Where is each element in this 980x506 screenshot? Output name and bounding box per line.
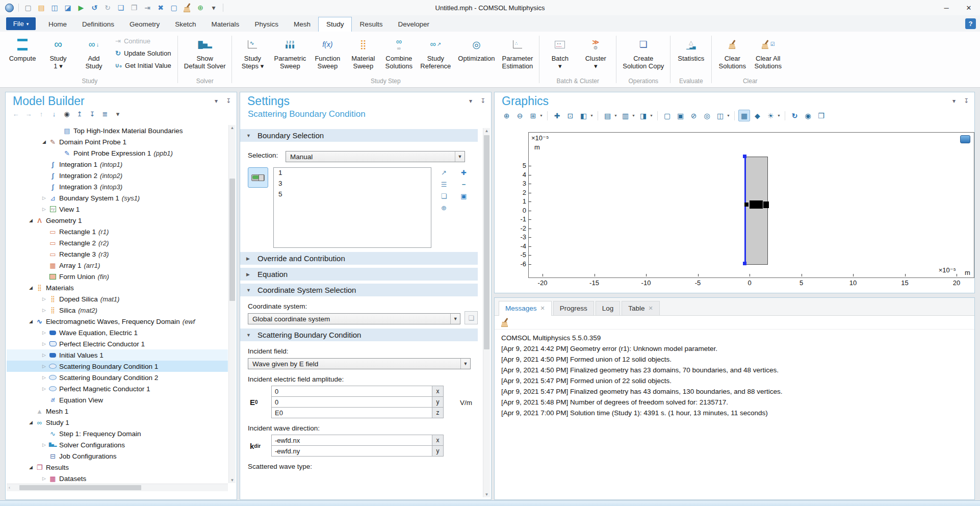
material-color-icon[interactable]: ◆ bbox=[752, 110, 763, 121]
tree-item-point-probe-expression-1[interactable]: ✎Point Probe Expression 1(ppb1) bbox=[7, 147, 228, 159]
coordinate-system-dropdown[interactable]: Global coordinate system ▼ bbox=[248, 313, 460, 324]
fit-window-icon[interactable]: ⊡ bbox=[564, 110, 576, 121]
tree-item-scattering-boundary-condition-2[interactable]: ▷Scattering Boundary Condition 2 bbox=[7, 372, 228, 383]
combine-solutions-button[interactable]: ∞∞CombineSolutions bbox=[381, 35, 416, 71]
tab-geometry[interactable]: Geometry bbox=[122, 17, 167, 32]
boundary-selection-list[interactable]: 135 bbox=[273, 167, 431, 248]
selection-list-item[interactable]: 3 bbox=[274, 179, 431, 189]
save-as-icon[interactable]: ◪ bbox=[63, 3, 73, 13]
pin-icon[interactable]: ↧ bbox=[224, 97, 233, 105]
deselect-icon[interactable]: ⊘ bbox=[688, 110, 700, 121]
paste-icon[interactable]: ❐ bbox=[129, 3, 139, 13]
tree-item-integration-1[interactable]: ∫Integration 1(intop1) bbox=[7, 159, 228, 170]
plot-context-icon[interactable] bbox=[960, 135, 970, 143]
collapsed-arrow-icon[interactable]: ▷ bbox=[40, 308, 48, 313]
clear-solutions-button[interactable]: ClearSolutions bbox=[715, 35, 750, 71]
move-up-icon[interactable]: ↑ bbox=[37, 110, 45, 118]
collapsed-arrow-icon[interactable]: ▷ bbox=[40, 195, 48, 200]
tab-developer[interactable]: Developer bbox=[390, 17, 437, 32]
zoom-extents-icon[interactable]: ✚ bbox=[551, 110, 563, 121]
settings-vertical-scrollbar[interactable]: ▲ ▼ bbox=[483, 128, 490, 497]
node-text-icon[interactable]: ≣ bbox=[101, 110, 109, 118]
compute-button[interactable]: Compute bbox=[5, 35, 40, 63]
tree-item-step-1-frequency-domain[interactable]: ∿Step 1: Frequency Domain bbox=[7, 428, 228, 439]
tab-table[interactable]: Table✕ bbox=[622, 301, 660, 315]
expand-all-icon[interactable]: ↧ bbox=[88, 110, 96, 118]
collapsed-arrow-icon[interactable]: ▷ bbox=[40, 330, 48, 335]
tree-item-results[interactable]: ◢❐Results bbox=[7, 462, 228, 473]
collapsed-arrow-icon[interactable]: ▷ bbox=[40, 296, 48, 301]
tab-home[interactable]: Home bbox=[41, 17, 74, 32]
go-to-default-view-icon[interactable]: ◧ bbox=[578, 110, 589, 121]
tree-vertical-scrollbar[interactable]: ▲ ▼ bbox=[228, 125, 236, 483]
update-solution-button[interactable]: ↻Update Solution bbox=[115, 48, 171, 58]
tree-item-geometry-1[interactable]: ◢ΛGeometry 1 bbox=[7, 215, 228, 226]
collapse-all-icon[interactable]: ↥ bbox=[75, 110, 84, 118]
paste-selection-icon[interactable]: ❏ bbox=[440, 192, 448, 200]
close-button[interactable]: ✕ bbox=[958, 1, 980, 15]
scene-light-icon[interactable]: ☀ bbox=[765, 110, 777, 121]
zoom-in-icon[interactable]: ⊕ bbox=[501, 110, 512, 121]
chevron-down-icon[interactable]: ▼ bbox=[632, 114, 636, 117]
copy-as-code-icon[interactable]: ▣ bbox=[459, 192, 468, 200]
tree-item-wave-equation-electric-1[interactable]: ▷Wave Equation, Electric 1 bbox=[7, 327, 228, 338]
copy-icon[interactable]: ❏ bbox=[116, 3, 126, 13]
comsol-logo[interactable] bbox=[4, 3, 14, 13]
function-sweep-button[interactable]: f(x)FunctionSweep bbox=[310, 35, 345, 71]
delete-icon[interactable]: ✖ bbox=[156, 3, 166, 13]
scene-appearance-icon[interactable]: ▥ bbox=[620, 110, 631, 121]
grid-icon[interactable]: ▦ bbox=[738, 110, 750, 121]
material-sweep-button[interactable]: ⣿MaterialSweep bbox=[346, 35, 380, 71]
tree-item-datasets[interactable]: ▷▦Datasets bbox=[7, 473, 228, 483]
tree-item-perfect-magnetic-conductor-1[interactable]: ▷Perfect Magnetic Conductor 1 bbox=[7, 383, 228, 394]
close-icon[interactable]: ✕ bbox=[540, 305, 545, 312]
zoom-region-icon[interactable]: ⊕ bbox=[195, 3, 205, 13]
back-icon[interactable]: ← bbox=[12, 110, 20, 118]
tree-item-initial-values-1[interactable]: ▷Initial Values 1 bbox=[7, 349, 228, 361]
tab-progress[interactable]: Progress bbox=[553, 301, 594, 315]
tab-log[interactable]: Log bbox=[596, 301, 621, 315]
tree-item-array-1[interactable]: ▦Array 1(arr1) bbox=[7, 260, 228, 271]
create-solution-copy-button[interactable]: ❏CreateSolution Copy bbox=[620, 35, 667, 71]
chevron-down-icon[interactable]: ▼ bbox=[614, 114, 618, 117]
panel-menu-icon[interactable]: ▾ bbox=[467, 97, 475, 105]
chevron-down-icon[interactable]: ▼ bbox=[590, 114, 594, 117]
collapsed-arrow-icon[interactable]: ▷ bbox=[40, 476, 48, 481]
undo-icon[interactable]: ↺ bbox=[89, 3, 99, 13]
highlight-icon[interactable]: ◎ bbox=[701, 110, 713, 121]
chevron-down-icon[interactable]: ▼ bbox=[727, 114, 731, 117]
panel-menu-icon[interactable]: ▾ bbox=[212, 97, 220, 105]
tab-messages[interactable]: Messages✕ bbox=[499, 301, 552, 316]
collapsed-arrow-icon[interactable]: ▷ bbox=[40, 442, 48, 447]
tree-item-rectangle-2[interactable]: ▭Rectangle 2(r2) bbox=[7, 237, 228, 248]
tree-item-silica[interactable]: ▷⣿Silica(mat2) bbox=[7, 305, 228, 316]
section-equation[interactable]: ▶ Equation bbox=[240, 268, 478, 281]
show-default-solver-button[interactable]: █▅▂ShowDefault Solver bbox=[181, 35, 229, 71]
kdir-input-x[interactable] bbox=[271, 435, 432, 446]
active-toggle-button[interactable] bbox=[248, 167, 268, 188]
collapsed-arrow-icon[interactable]: ▷ bbox=[40, 352, 48, 358]
section-override-contribution[interactable]: ▶ Override and Contribution bbox=[240, 252, 478, 265]
tab-study[interactable]: Study bbox=[318, 17, 352, 32]
tab-results[interactable]: Results bbox=[352, 17, 390, 32]
chevron-down-icon[interactable]: ▼ bbox=[650, 114, 654, 117]
tree-item-doped-silica[interactable]: ▷⣿Doped Silica(mat1) bbox=[7, 293, 228, 305]
selection-list-icon[interactable]: ☰ bbox=[440, 180, 448, 188]
selection-list-item[interactable]: 5 bbox=[274, 189, 431, 200]
get-initial-value-button[interactable]: ∪₀Get Initial Value bbox=[115, 60, 171, 70]
create-coordinate-system-button[interactable]: ❏ bbox=[465, 311, 478, 324]
tree-item-domain-point-probe-1[interactable]: ◢✎Domain Point Probe 1 bbox=[7, 136, 228, 147]
qat-caret[interactable]: ▾ bbox=[209, 3, 219, 13]
tree-item-form-union[interactable]: Form Union(fin) bbox=[7, 271, 228, 282]
clear-all-solutions-button[interactable]: ☑Clear AllSolutions bbox=[751, 35, 785, 71]
zoom-to-selection-icon[interactable]: ⊕ bbox=[440, 204, 448, 212]
study-steps-button[interactable]: StudySteps ▾ bbox=[235, 35, 270, 71]
tree-item-study-1[interactable]: ◢∞Study 1 bbox=[7, 417, 228, 428]
tab-sketch[interactable]: Sketch bbox=[167, 17, 203, 32]
tree-item-mesh-1[interactable]: ▲Mesh 1 bbox=[7, 406, 228, 417]
chevron-down-icon[interactable]: ▼ bbox=[539, 114, 544, 117]
e0-input-x[interactable] bbox=[271, 386, 432, 397]
tree-item-integration-2[interactable]: ∫Integration 2(intop2) bbox=[7, 170, 228, 181]
tree-item-boundary-system-1[interactable]: ▷⊿Boundary System 1(sys1) bbox=[7, 192, 228, 204]
color-theme-icon[interactable]: ◨ bbox=[637, 110, 649, 121]
